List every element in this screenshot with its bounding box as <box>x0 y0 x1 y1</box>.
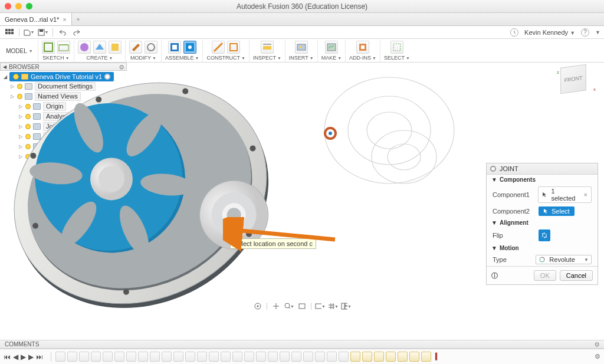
ribbon-label-make[interactable]: MAKE▼ <box>321 55 342 61</box>
insert-tool-0[interactable] <box>295 41 308 54</box>
modify-tool-1[interactable] <box>145 41 157 54</box>
user-menu[interactable]: Kevin Kennedy ▼ <box>524 29 575 36</box>
timeline-feature[interactable] <box>256 352 266 362</box>
viewcube[interactable]: FRONT z x <box>560 66 595 100</box>
look-at-button[interactable] <box>297 301 307 311</box>
construct-tool-0[interactable] <box>212 41 225 54</box>
timeline-forward-button[interactable]: ▶ <box>28 353 34 361</box>
comments-panel-header[interactable]: COMMENTS ⊙ <box>0 340 604 349</box>
data-panel-button[interactable] <box>4 27 15 38</box>
inspect-tool-0[interactable] <box>261 41 274 54</box>
timeline-feature[interactable] <box>114 352 124 362</box>
ribbon-label-create[interactable]: CREATE▼ <box>87 55 113 61</box>
ribbon-label-addins[interactable]: ADD-INS▼ <box>349 55 376 61</box>
timeline-feature[interactable] <box>244 352 254 362</box>
timeline-feature[interactable] <box>221 352 231 362</box>
timeline-feature[interactable] <box>409 352 419 362</box>
viewport[interactable]: ◀ BROWSER ⊙ ◢ Geneva Drive Tutorial v1 ▷… <box>0 63 604 338</box>
joint-dialog-header[interactable]: JOINT <box>487 163 598 175</box>
timeline-feature[interactable] <box>315 352 325 362</box>
document-tab[interactable]: Geneva D...rial v1* × <box>0 13 72 25</box>
make-tool-0[interactable] <box>325 41 338 54</box>
grid-settings-button[interactable]: ▼ <box>328 301 339 311</box>
timeline-feature[interactable] <box>327 352 337 362</box>
component1-selection[interactable]: 1 selected × <box>538 186 592 203</box>
clear-selection-icon[interactable]: × <box>584 191 587 198</box>
timeline-feature[interactable] <box>162 352 172 362</box>
timeline-feature[interactable] <box>280 352 290 362</box>
close-window-button[interactable] <box>5 3 11 9</box>
redo-button[interactable] <box>71 27 83 38</box>
ok-button[interactable]: OK <box>534 270 556 281</box>
select-tool-0[interactable] <box>390 41 403 54</box>
workspace-switcher[interactable]: MODEL▼ <box>2 40 37 62</box>
section-alignment[interactable]: ▼Alignment <box>487 218 598 228</box>
create-tool-2[interactable] <box>109 41 122 54</box>
timeline-feature[interactable] <box>350 352 360 362</box>
timeline-feature[interactable] <box>398 352 408 362</box>
save-button[interactable]: ▼ <box>37 27 49 38</box>
timeline-feature[interactable] <box>362 352 372 362</box>
minimize-window-button[interactable] <box>15 3 22 9</box>
timeline-feature[interactable] <box>150 352 160 362</box>
sketch-tool-1[interactable] <box>57 41 70 54</box>
timeline-end-button[interactable]: ⏭ <box>36 353 43 361</box>
flip-button[interactable] <box>539 229 550 241</box>
ribbon-label-insert[interactable]: INSERT▼ <box>289 55 314 61</box>
timeline-feature[interactable] <box>138 352 148 362</box>
timeline-feature[interactable] <box>197 352 207 362</box>
timeline-feature[interactable] <box>103 352 113 362</box>
job-status-icon[interactable] <box>510 28 518 37</box>
section-components[interactable]: ▼Components <box>487 175 598 185</box>
timeline-feature[interactable] <box>55 352 65 362</box>
component2-select-button[interactable]: Select <box>539 206 575 216</box>
sketch-tool-0[interactable] <box>42 41 55 54</box>
timeline-feature[interactable] <box>173 352 183 362</box>
timeline-feature[interactable] <box>185 352 195 362</box>
timeline-feature[interactable] <box>79 352 89 362</box>
timeline-feature[interactable] <box>374 352 384 362</box>
assemble-tool-1[interactable] <box>183 41 196 54</box>
timeline-play-button[interactable]: ▶ <box>21 353 26 361</box>
timeline-feature[interactable] <box>91 352 101 362</box>
construct-tool-1[interactable] <box>227 41 240 54</box>
cancel-button[interactable]: Cancel <box>560 270 593 281</box>
close-tab-button[interactable]: × <box>63 16 66 23</box>
zoom-button[interactable]: ▼ <box>284 301 294 311</box>
pin-comments-icon[interactable]: ⊙ <box>595 341 599 347</box>
timeline-back-button[interactable]: ◀ <box>13 353 18 361</box>
timeline-feature[interactable] <box>67 352 77 362</box>
timeline-feature[interactable] <box>209 352 219 362</box>
ribbon-label-construct[interactable]: CONSTRUCT▼ <box>206 55 245 61</box>
orbit-button[interactable] <box>252 301 263 311</box>
timeline-start-button[interactable]: ⏮ <box>4 353 11 361</box>
ribbon-label-sketch[interactable]: SKETCH▼ <box>42 55 69 61</box>
ribbon-label-select[interactable]: SELECT▼ <box>384 55 410 61</box>
type-dropdown[interactable]: Revolute ▼ <box>536 255 592 264</box>
timeline-feature[interactable] <box>268 352 278 362</box>
timeline-feature[interactable] <box>421 352 431 362</box>
timeline-feature[interactable] <box>386 352 396 362</box>
timeline-feature[interactable] <box>126 352 136 362</box>
timeline-settings-button[interactable]: ⚙ <box>595 353 600 360</box>
addins-tool-0[interactable] <box>356 41 369 54</box>
pan-button[interactable] <box>271 301 281 311</box>
create-tool-0[interactable] <box>78 41 91 54</box>
ribbon-label-modify[interactable]: MODIFY▼ <box>130 55 156 61</box>
timeline-feature[interactable] <box>291 352 301 362</box>
timeline-feature[interactable] <box>303 352 313 362</box>
ribbon-label-assemble[interactable]: ASSEMBLE▼ <box>165 55 199 61</box>
help-button[interactable]: ? <box>581 28 589 37</box>
maximize-window-button[interactable] <box>26 3 32 9</box>
info-icon[interactable]: ⓘ <box>491 271 498 280</box>
timeline-marker[interactable]: ▍ <box>435 353 440 360</box>
create-tool-1[interactable] <box>93 41 106 54</box>
file-menu-button[interactable]: ▼ <box>23 27 35 38</box>
ribbon-label-inspect[interactable]: INSPECT▼ <box>253 55 281 61</box>
timeline-feature[interactable] <box>232 352 242 362</box>
undo-button[interactable] <box>57 27 68 38</box>
assemble-tool-0[interactable] <box>168 41 181 54</box>
new-tab-button[interactable]: ＋ <box>72 13 85 25</box>
section-motion[interactable]: ▼Motion <box>487 243 598 253</box>
viewport-layout-button[interactable]: ▼ <box>341 301 352 311</box>
